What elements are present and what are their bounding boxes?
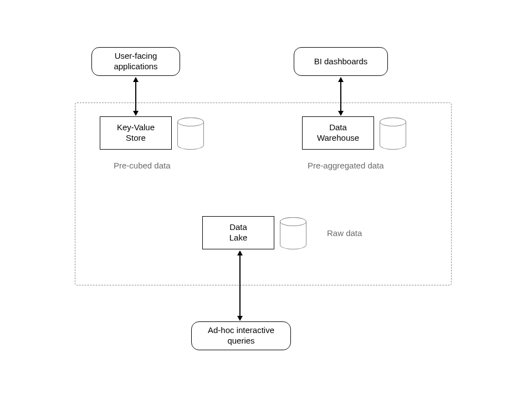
node-label: User-facing [115,51,157,60]
node-label: Data [329,122,347,132]
connector-bi-to-data-warehouse [340,78,341,115]
node-label: queries [227,336,254,345]
node-adhoc-queries: Ad-hoc interactive queries [191,321,291,350]
node-bi-dashboards: BI dashboards [294,47,388,76]
node-label: BI dashboards [314,57,368,67]
node-key-value-store: Key-Value Store [100,116,172,150]
node-label: Key-Value [117,122,155,132]
node-label: Warehouse [317,133,359,142]
diagram-canvas: User-facing applications BI dashboards K… [0,0,532,399]
caption-precubed-data: Pre-cubed data [114,161,171,170]
node-data-lake: Data Lake [202,216,274,249]
caption-preaggregated-data: Pre-aggregated data [308,161,384,170]
database-icon [380,117,406,150]
node-label: Store [126,133,146,142]
node-label: Ad-hoc interactive [208,325,274,335]
database-icon [280,217,306,249]
connector-data-lake-to-adhoc [239,251,241,320]
connector-user-apps-to-kv-store [135,78,136,115]
node-data-warehouse: Data Warehouse [302,116,374,150]
node-label: Lake [229,233,248,242]
caption-raw-data: Raw data [327,228,362,238]
node-user-facing-applications: User-facing applications [91,47,180,76]
node-label: applications [114,62,157,71]
node-label: Data [229,222,247,232]
database-icon [177,117,204,150]
